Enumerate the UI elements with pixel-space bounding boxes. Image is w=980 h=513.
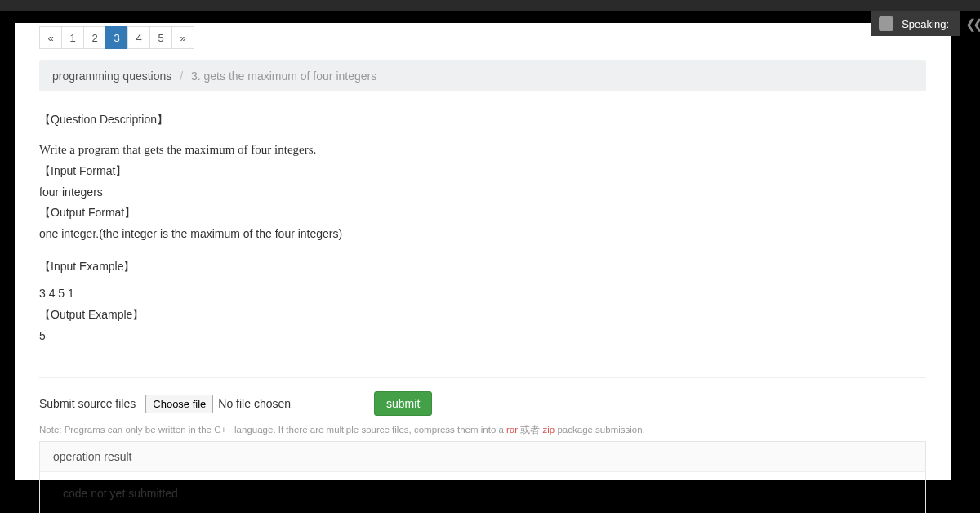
main-content: « 1 2 3 4 5 » programming questions / 3.… bbox=[15, 23, 951, 480]
input-format-body: four integers bbox=[39, 184, 926, 202]
operation-result-body: code not yet submitted bbox=[39, 471, 926, 513]
note-code-zip: zip bbox=[543, 425, 555, 435]
page-3-button[interactable]: 3 bbox=[105, 26, 128, 49]
pagination: « 1 2 3 4 5 » bbox=[15, 23, 951, 52]
choose-file-button[interactable]: Choose file bbox=[145, 395, 213, 413]
input-format-header: 【Input Format】 bbox=[39, 163, 926, 181]
page-1-button[interactable]: 1 bbox=[61, 26, 84, 49]
note-text: Note: Programs can only be written in th… bbox=[15, 416, 951, 441]
avatar-icon bbox=[879, 16, 893, 31]
output-format-body: one integer.(the integer is the maximum … bbox=[39, 225, 926, 243]
note-prefix: Note: Programs can only be written in th… bbox=[39, 425, 506, 435]
speaking-label: Speaking: bbox=[902, 18, 949, 30]
no-file-chosen-text: No file chosen bbox=[218, 397, 291, 410]
note-suffix: package submission. bbox=[555, 425, 645, 435]
output-format-header: 【Output Format】 bbox=[39, 204, 926, 222]
output-example-header: 【Output Example】 bbox=[39, 306, 926, 324]
divider bbox=[39, 377, 926, 378]
problem-statement: Write a program that gets the maximum of… bbox=[39, 141, 926, 159]
page-next-button[interactable]: » bbox=[172, 26, 194, 49]
page-4-button[interactable]: 4 bbox=[127, 26, 150, 49]
input-example-body: 3 4 5 1 bbox=[39, 285, 926, 303]
window-top-bar bbox=[0, 0, 980, 11]
output-example-body: 5 bbox=[39, 328, 926, 346]
note-code-rar: rar bbox=[506, 425, 518, 435]
operation-result-header: operation result bbox=[39, 441, 926, 471]
speaking-widget: Speaking: bbox=[871, 11, 960, 36]
breadcrumb: programming questions / 3. gets the maxi… bbox=[39, 60, 926, 91]
breadcrumb-separator: / bbox=[180, 69, 183, 83]
submit-button[interactable]: submit bbox=[374, 391, 432, 416]
question-body: 【Question Description】 Write a program t… bbox=[15, 91, 951, 345]
page-prev-button[interactable]: « bbox=[39, 26, 62, 49]
question-description-header: 【Question Description】 bbox=[39, 111, 926, 129]
breadcrumb-root[interactable]: programming questions bbox=[52, 69, 172, 83]
submit-row: Submit source files Choose file No file … bbox=[15, 391, 951, 416]
note-mid: 或者 bbox=[518, 425, 542, 435]
input-example-header: 【Input Example】 bbox=[39, 258, 926, 276]
page-2-button[interactable]: 2 bbox=[83, 26, 106, 49]
page-5-button[interactable]: 5 bbox=[149, 26, 172, 49]
chevron-icons: ❮❮ bbox=[965, 16, 980, 32]
submit-label: Submit source files bbox=[39, 397, 136, 410]
breadcrumb-current: 3. gets the maximum of four integers bbox=[191, 69, 376, 83]
